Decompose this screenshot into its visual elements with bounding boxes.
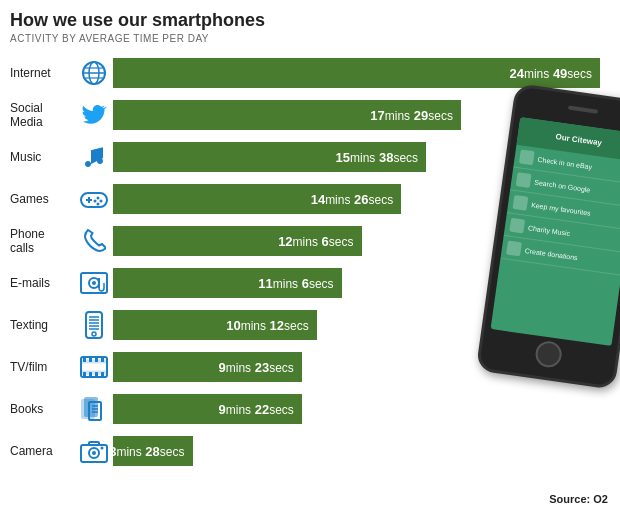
bar-fill-film: 9mins 23secs (113, 352, 302, 382)
bar-label-twitter: SocialMedia (10, 101, 75, 130)
svg-rect-31 (83, 372, 86, 377)
bar-value-globe: 24mins 49secs (509, 66, 592, 81)
bar-row-camera: Camera 3mins 28secs (10, 430, 610, 472)
phone-home-button (534, 340, 563, 369)
svg-rect-32 (89, 372, 92, 377)
bar-area-camera: 3mins 28secs (113, 436, 610, 466)
bar-label-globe: Internet (10, 66, 75, 80)
bar-label-music: Music (10, 150, 75, 164)
bar-value-camera: 3mins 28secs (109, 444, 184, 459)
books-icon (75, 395, 113, 423)
svg-rect-34 (101, 372, 104, 377)
svg-rect-28 (89, 357, 92, 362)
bar-fill-books: 9mins 22secs (113, 394, 302, 424)
twitter-icon (75, 101, 113, 129)
bar-value-books: 9mins 22secs (219, 402, 294, 417)
source-attribution: Source: O2 (549, 493, 608, 505)
bar-fill-mobile: 10mins 12secs (113, 310, 317, 340)
chart-title: How we use our smartphones (10, 10, 610, 31)
bar-label-books: Books (10, 402, 75, 416)
bar-value-gamepad: 14mins 26secs (311, 192, 394, 207)
bar-value-film: 9mins 23secs (219, 360, 294, 375)
bar-value-music: 15mins 38secs (336, 150, 419, 165)
music-icon (75, 143, 113, 171)
svg-rect-30 (101, 357, 104, 362)
globe-icon (75, 59, 113, 87)
film-icon (75, 353, 113, 381)
svg-rect-17 (86, 312, 102, 338)
svg-point-44 (101, 447, 104, 450)
bar-label-email: E-mails (10, 276, 75, 290)
svg-rect-36 (85, 398, 97, 416)
phone-menu: Check in on eBaySearch on GoogleKeep my … (500, 145, 620, 276)
bar-label-phone: Phonecalls (10, 227, 75, 256)
bar-fill-music: 15mins 38secs (113, 142, 426, 172)
bar-fill-gamepad: 14mins 26secs (113, 184, 401, 214)
phone-graphic: Our Citeway Check in on eBaySearch on Go… (476, 83, 620, 390)
bar-fill-camera: 3mins 28secs (113, 436, 193, 466)
svg-point-15 (92, 281, 96, 285)
svg-point-9 (97, 197, 100, 200)
bar-value-twitter: 17mins 29secs (370, 108, 453, 123)
svg-rect-29 (95, 357, 98, 362)
bar-value-email: 11mins 6secs (258, 276, 333, 291)
phone-icon (75, 227, 113, 255)
email-icon (75, 269, 113, 297)
phone-screen: Our Citeway Check in on eBaySearch on Go… (491, 117, 620, 346)
mobile-icon (75, 311, 113, 339)
source-value: O2 (593, 493, 608, 505)
bar-value-mobile: 10mins 12secs (226, 318, 309, 333)
bar-label-gamepad: Games (10, 192, 75, 206)
gamepad-icon (75, 185, 113, 213)
bar-area-books: 9mins 22secs (113, 394, 610, 424)
bar-fill-phone: 12mins 6secs (113, 226, 362, 256)
bar-row-books: Books 9mins 22secs (10, 388, 610, 430)
svg-point-43 (92, 451, 96, 455)
svg-point-12 (97, 203, 100, 206)
bar-label-mobile: Texting (10, 318, 75, 332)
chart-subtitle: ACTIVITY BY AVERAGE TIME PER DAY (10, 33, 610, 44)
svg-rect-27 (83, 357, 86, 362)
svg-rect-33 (95, 372, 98, 377)
bar-fill-email: 11mins 6secs (113, 268, 342, 298)
bar-value-phone: 12mins 6secs (278, 234, 353, 249)
source-label: Source: (549, 493, 590, 505)
bar-label-camera: Camera (10, 444, 75, 458)
phone-illustration: Our Citeway Check in on eBaySearch on Go… (460, 80, 615, 380)
svg-point-10 (100, 200, 103, 203)
svg-point-23 (92, 332, 96, 336)
bar-label-film: TV/film (10, 360, 75, 374)
svg-point-11 (94, 200, 97, 203)
bar-fill-twitter: 17mins 29secs (113, 100, 461, 130)
phone-speaker (568, 106, 598, 114)
camera-icon (75, 437, 113, 465)
chart-container: How we use our smartphones ACTIVITY BY A… (0, 0, 620, 511)
